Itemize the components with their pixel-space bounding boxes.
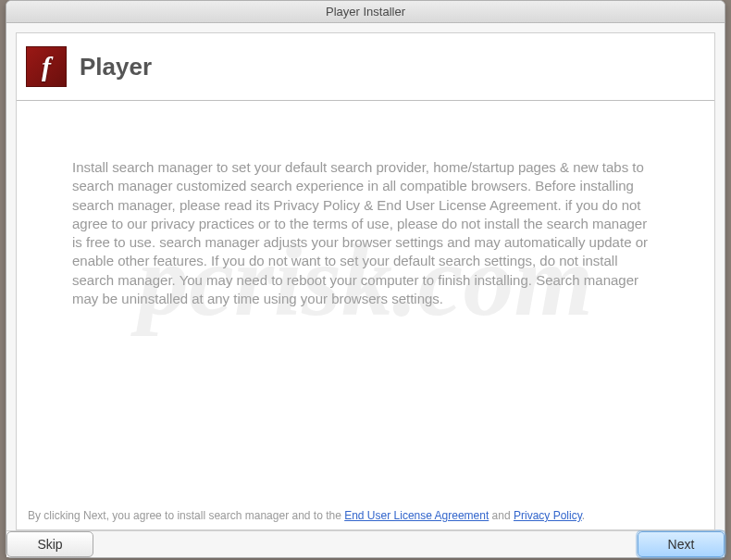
skip-button[interactable]: Skip: [6, 531, 93, 557]
content-pane: f Player Install search manager to set y…: [16, 32, 715, 530]
footer-suffix: .: [582, 509, 585, 522]
window-titlebar: Player Installer: [6, 1, 725, 23]
installer-body-text: Install search manager to set your defau…: [17, 101, 714, 509]
window-title: Player Installer: [326, 5, 405, 19]
eula-link[interactable]: End User License Agreement: [344, 509, 489, 522]
privacy-link[interactable]: Privacy Policy: [514, 509, 582, 522]
footer-prefix: By clicking Next, you agree to install s…: [28, 509, 344, 522]
installer-window: Player Installer f Player Install search…: [6, 0, 725, 558]
footer-and: and: [489, 509, 514, 522]
header-row: f Player: [17, 33, 714, 101]
button-row: Skip Next: [6, 530, 725, 557]
flash-player-icon: f: [26, 46, 67, 87]
flash-f-glyph: f: [42, 53, 51, 81]
agreement-footer: By clicking Next, you agree to install s…: [17, 509, 714, 529]
app-title: Player: [80, 53, 152, 81]
next-button[interactable]: Next: [638, 531, 725, 557]
